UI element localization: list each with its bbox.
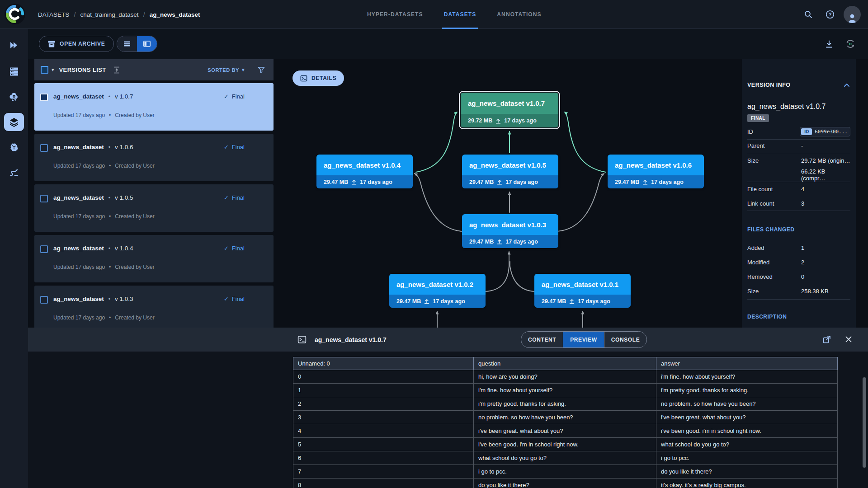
graph-node[interactable]: ag_news_dataset v1.0.4 29.47 MB 17 days … <box>316 155 413 188</box>
graph-node-selected[interactable]: ag_news_dataset v1.0.7 29.72 MB 17 days … <box>461 93 558 127</box>
graph-node-title: ag_news_dataset v1.0.6 <box>608 155 704 175</box>
column-header[interactable]: question <box>474 357 656 370</box>
split-view-button[interactable] <box>137 36 157 52</box>
select-menu-caret-icon[interactable]: ▾ <box>52 67 54 73</box>
sidebar-item-workers-queues[interactable] <box>4 62 24 80</box>
sidebar-item-autoscalers[interactable] <box>4 88 24 106</box>
tab-annotations[interactable]: ANNOTATIONS <box>497 0 541 29</box>
version-info-header: VERSION INFO <box>747 77 850 93</box>
updated-text: Updated 17 days ago <box>53 112 105 118</box>
sidebar-item-datasets[interactable] <box>4 113 24 131</box>
version-list-item[interactable]: ag_news_dataset • v 1.0.7 ✓ Final Update… <box>34 83 274 131</box>
status-label: Final <box>232 245 245 252</box>
dot-separator: • <box>109 112 111 118</box>
open-archive-button[interactable]: OPEN ARCHIVE <box>39 36 114 52</box>
sidebar-item-pipelines[interactable] <box>4 164 24 182</box>
version-checkbox[interactable] <box>40 296 48 304</box>
tab-preview[interactable]: PREVIEW <box>563 332 604 347</box>
open-archive-label: OPEN ARCHIVE <box>60 41 105 47</box>
lineage-graph: ag_news_dataset v1.0.7 29.72 MB 17 days … <box>274 59 741 328</box>
version-list-item[interactable]: ag_news_dataset • v 1.0.6 ✓ Final Update… <box>34 134 274 181</box>
node-size: 29.47 MB <box>469 239 494 245</box>
created-text: Created by User <box>115 112 154 118</box>
created-text: Created by User <box>115 264 154 270</box>
version-meta-line: Updated 17 days ago • Created by User <box>53 213 155 220</box>
version-meta-line: Updated 17 days ago • Created by User <box>53 314 155 321</box>
select-all-checkbox[interactable] <box>41 66 48 74</box>
user-avatar[interactable] <box>844 6 861 23</box>
collapse-rows-icon[interactable] <box>112 66 121 75</box>
sidebar-item-models[interactable] <box>4 138 24 156</box>
divider <box>747 153 850 153</box>
graph-node[interactable]: ag_news_dataset v1.0.6 29.47 MB 17 days … <box>608 155 704 188</box>
table-cell: i go to pcc. <box>656 451 838 465</box>
tab-hyper-datasets[interactable]: HYPER-DATASETS <box>367 0 423 29</box>
close-icon[interactable] <box>844 335 853 343</box>
help-button[interactable]: ? <box>822 6 838 23</box>
id-chip[interactable]: ID 6099e300... <box>800 127 850 136</box>
vertical-scrollbar[interactable] <box>863 377 866 468</box>
expand-icon[interactable] <box>822 334 832 344</box>
version-checkbox[interactable] <box>40 195 48 202</box>
details-button[interactable]: DETAILS <box>292 70 344 86</box>
version-checkbox[interactable] <box>40 144 48 152</box>
upload-icon <box>351 179 357 185</box>
breadcrumb-project[interactable]: chat_training_dataset <box>80 11 138 18</box>
pipeline-icon <box>9 167 19 178</box>
app-sidebar <box>0 29 28 488</box>
dot-separator: • <box>108 245 110 252</box>
version-info-name: ag_news_dataset v1.0.7 <box>747 103 826 111</box>
graph-node[interactable]: ag_news_dataset v1.0.3 29.47 MB 17 days … <box>462 214 558 248</box>
tab-datasets[interactable]: DATASETS <box>444 0 476 29</box>
dot-separator: • <box>108 195 110 201</box>
search-button[interactable] <box>800 6 816 23</box>
graph-node-meta: 29.47 MB 17 days ago <box>316 175 413 188</box>
status-label: Final <box>232 144 245 150</box>
graph-node[interactable]: ag_news_dataset v1.0.2 29.47 MB 17 days … <box>389 274 486 308</box>
version-checkbox[interactable] <box>40 94 48 101</box>
check-icon: ✓ <box>224 296 229 302</box>
top-bar: DATASETS / chat_training_dataset / ag_ne… <box>0 0 868 29</box>
version-list-item[interactable]: ag_news_dataset • v 1.0.5 ✓ Final Update… <box>34 184 274 232</box>
version-number: v 1.0.5 <box>115 194 133 201</box>
link-count-row: Link count 3 <box>747 197 850 210</box>
chevron-up-icon[interactable] <box>843 82 850 88</box>
node-age: 17 days ago <box>578 298 610 305</box>
added-row: Added 1 <box>747 241 850 254</box>
brain-icon <box>9 142 19 153</box>
column-header[interactable]: answer <box>656 357 838 370</box>
column-header[interactable]: Unnamed: 0 <box>293 357 474 370</box>
table-cell: it's okay. it's a really big campus. <box>656 479 838 488</box>
cloud-gear-icon <box>9 91 19 102</box>
graph-node-meta: 29.47 MB 17 days ago <box>608 175 704 188</box>
search-icon <box>804 10 813 19</box>
tab-console[interactable]: CONSOLE <box>604 332 647 347</box>
breadcrumb-separator: / <box>143 11 145 19</box>
table-cell: i've been good. i'm in school right now. <box>474 438 656 451</box>
graph-node[interactable]: ag_news_dataset v1.0.5 29.47 MB 17 days … <box>462 155 558 188</box>
sidebar-item-projects[interactable] <box>4 36 24 54</box>
node-age: 17 days ago <box>504 117 537 124</box>
breadcrumb-root[interactable]: DATASETS <box>38 11 69 18</box>
graph-node[interactable]: ag_news_dataset v1.0.1 29.47 MB 17 days … <box>534 274 631 308</box>
upload-icon <box>495 118 501 124</box>
sorted-by-control[interactable]: SORTED BY ▾ <box>208 67 245 73</box>
tab-content[interactable]: CONTENT <box>521 332 563 347</box>
download-icon[interactable] <box>825 40 834 48</box>
version-name: ag_news_dataset <box>53 245 104 252</box>
created-text: Created by User <box>115 314 154 321</box>
version-list-item[interactable]: ag_news_dataset • v 1.0.3 ✓ Final Update… <box>34 286 274 333</box>
auto-refresh-icon[interactable] <box>845 39 855 49</box>
version-checkbox[interactable] <box>40 245 48 253</box>
removed-value: 0 <box>801 273 804 280</box>
changed-size-value: 258.38 KB <box>801 288 829 295</box>
changed-size-label: Size <box>747 288 759 295</box>
graph-node-title: ag_news_dataset v1.0.7 <box>461 93 558 114</box>
filter-icon[interactable] <box>257 66 265 74</box>
node-size: 29.47 MB <box>324 179 348 185</box>
table-view-button[interactable] <box>117 36 137 52</box>
version-name: ag_news_dataset <box>53 296 104 302</box>
clearml-logo[interactable] <box>5 4 25 24</box>
check-icon: ✓ <box>224 93 229 100</box>
version-list-item[interactable]: ag_news_dataset • v 1.0.4 ✓ Final Update… <box>34 235 274 282</box>
